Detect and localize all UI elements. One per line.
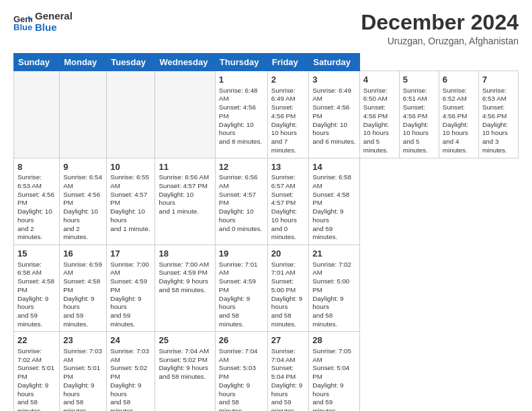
calendar-cell: [60, 71, 107, 158]
day-info: Sunrise: 6:58 AMSunset: 4:58 PMDaylight:…: [17, 261, 56, 329]
calendar-cell: 27Sunrise: 7:04 AMSunset: 5:04 PMDayligh…: [267, 332, 308, 411]
calendar-cell: 1Sunrise: 6:48 AMSunset: 4:56 PMDaylight…: [215, 71, 267, 158]
logo: General Blue General Blue: [13, 11, 73, 33]
day-info: Sunrise: 7:03 AMSunset: 5:01 PMDaylight:…: [63, 347, 103, 411]
day-number: 26: [219, 334, 264, 347]
col-saturday: Saturday: [309, 54, 360, 71]
svg-text:Blue: Blue: [13, 22, 32, 32]
day-number: 24: [110, 334, 151, 347]
day-info: Sunrise: 6:49 AMSunset: 4:56 PMDaylight:…: [312, 87, 356, 146]
calendar-table: Sunday Monday Tuesday Wednesday Thursday…: [13, 53, 519, 411]
day-number: 7: [482, 74, 515, 86]
calendar-cell: 23Sunrise: 7:03 AMSunset: 5:01 PMDayligh…: [60, 332, 107, 411]
day-number: 27: [271, 334, 305, 347]
calendar-cell: 15Sunrise: 6:58 AMSunset: 4:58 PMDayligh…: [14, 245, 60, 332]
day-info: Sunrise: 7:04 AMSunset: 5:03 PMDaylight:…: [219, 347, 264, 411]
day-info: Sunrise: 7:01 AMSunset: 5:00 PMDaylight:…: [271, 261, 305, 329]
day-number: 14: [312, 161, 356, 173]
day-number: 23: [63, 334, 103, 347]
day-number: 3: [312, 74, 356, 86]
col-wednesday: Wednesday: [155, 54, 215, 71]
day-info: Sunrise: 7:04 AMSunset: 5:02 PMDaylight:…: [159, 347, 211, 381]
day-number: 6: [443, 74, 475, 86]
calendar-week-row: 8Sunrise: 6:53 AMSunset: 4:56 PMDaylight…: [14, 158, 519, 244]
day-number: 17: [110, 248, 151, 260]
day-info: Sunrise: 6:49 AMSunset: 4:56 PMDaylight:…: [271, 87, 305, 155]
header: General Blue General Blue December 2024 …: [13, 11, 519, 46]
calendar-cell: 28Sunrise: 7:05 AMSunset: 5:04 PMDayligh…: [309, 332, 360, 411]
day-info: Sunrise: 6:51 AMSunset: 4:56 PMDaylight:…: [403, 87, 435, 155]
col-sunday: Sunday: [14, 54, 60, 71]
calendar-cell: 26Sunrise: 7:04 AMSunset: 5:03 PMDayligh…: [215, 332, 267, 411]
col-tuesday: Tuesday: [107, 54, 155, 71]
day-info: Sunrise: 7:04 AMSunset: 5:04 PMDaylight:…: [271, 347, 305, 411]
day-info: Sunrise: 6:48 AMSunset: 4:56 PMDaylight:…: [219, 87, 264, 146]
day-number: 13: [271, 161, 305, 173]
calendar-cell: 9Sunrise: 6:54 AMSunset: 4:56 PMDaylight…: [60, 158, 107, 244]
day-number: 15: [17, 248, 56, 260]
day-info: Sunrise: 7:02 AMSunset: 5:00 PMDaylight:…: [312, 261, 356, 329]
day-info: Sunrise: 7:05 AMSunset: 5:04 PMDaylight:…: [312, 347, 356, 411]
col-friday: Friday: [267, 54, 308, 71]
calendar-cell: 24Sunrise: 7:03 AMSunset: 5:02 PMDayligh…: [107, 332, 155, 411]
location-subtitle: Uruzgan, Oruzgan, Afghanistan: [361, 36, 519, 46]
logo-icon: General Blue: [13, 13, 32, 32]
month-title: December 2024: [361, 11, 519, 34]
calendar-cell: [155, 71, 215, 158]
day-info: Sunrise: 6:58 AMSunset: 4:58 PMDaylight:…: [312, 173, 356, 242]
calendar-week-row: 15Sunrise: 6:58 AMSunset: 4:58 PMDayligh…: [14, 245, 519, 332]
calendar-cell: 3Sunrise: 6:49 AMSunset: 4:56 PMDaylight…: [309, 71, 360, 158]
day-info: Sunrise: 6:53 AMSunset: 4:56 PMDaylight:…: [482, 87, 515, 155]
day-number: 25: [159, 334, 211, 347]
calendar-cell: 17Sunrise: 7:00 AMSunset: 4:59 PMDayligh…: [107, 245, 155, 332]
calendar-cell: 20Sunrise: 7:01 AMSunset: 5:00 PMDayligh…: [267, 245, 308, 332]
calendar-cell: 16Sunrise: 6:59 AMSunset: 4:58 PMDayligh…: [60, 245, 107, 332]
page: General Blue General Blue December 2024 …: [0, 0, 532, 411]
day-number: 19: [219, 248, 264, 260]
day-number: 20: [271, 248, 305, 260]
calendar-cell: 11Sunrise: 6:56 AMSunset: 4:57 PMDayligh…: [155, 158, 215, 244]
day-info: Sunrise: 6:57 AMSunset: 4:57 PMDaylight:…: [271, 173, 305, 242]
calendar-cell: 10Sunrise: 6:55 AMSunset: 4:57 PMDayligh…: [107, 158, 155, 244]
calendar-header-row: Sunday Monday Tuesday Wednesday Thursday…: [14, 54, 519, 71]
day-info: Sunrise: 7:00 AMSunset: 4:59 PMDaylight:…: [110, 261, 151, 329]
day-number: 4: [363, 74, 396, 86]
calendar-cell: 8Sunrise: 6:53 AMSunset: 4:56 PMDaylight…: [14, 158, 60, 244]
day-info: Sunrise: 6:52 AMSunset: 4:56 PMDaylight:…: [443, 87, 475, 155]
day-number: 1: [219, 74, 264, 86]
day-number: 2: [271, 74, 305, 86]
day-number: 9: [63, 161, 103, 173]
calendar-week-row: 1Sunrise: 6:48 AMSunset: 4:56 PMDaylight…: [14, 71, 519, 158]
day-number: 22: [17, 334, 56, 347]
calendar-cell: [107, 71, 155, 158]
day-info: Sunrise: 7:03 AMSunset: 5:02 PMDaylight:…: [110, 347, 151, 411]
day-info: Sunrise: 6:59 AMSunset: 4:58 PMDaylight:…: [63, 261, 103, 329]
day-number: 12: [219, 161, 264, 173]
calendar-cell: 7Sunrise: 6:53 AMSunset: 4:56 PMDaylight…: [478, 71, 518, 158]
col-thursday: Thursday: [215, 54, 267, 71]
calendar-cell: 12Sunrise: 6:56 AMSunset: 4:57 PMDayligh…: [215, 158, 267, 244]
calendar-cell: 21Sunrise: 7:02 AMSunset: 5:00 PMDayligh…: [309, 245, 360, 332]
calendar-cell: 2Sunrise: 6:49 AMSunset: 4:56 PMDaylight…: [267, 71, 308, 158]
calendar-cell: 4Sunrise: 6:50 AMSunset: 4:56 PMDaylight…: [359, 71, 399, 158]
day-info: Sunrise: 7:00 AMSunset: 4:59 PMDaylight:…: [159, 261, 211, 295]
day-number: 11: [159, 161, 211, 173]
day-info: Sunrise: 7:02 AMSunset: 5:01 PMDaylight:…: [17, 347, 56, 411]
calendar-cell: 19Sunrise: 7:01 AMSunset: 4:59 PMDayligh…: [215, 245, 267, 332]
day-number: 18: [159, 248, 211, 260]
day-number: 10: [110, 161, 151, 173]
title-block: December 2024 Uruzgan, Oruzgan, Afghanis…: [361, 11, 519, 46]
day-number: 28: [312, 334, 356, 347]
day-info: Sunrise: 6:56 AMSunset: 4:57 PMDaylight:…: [159, 173, 211, 216]
calendar-cell: 22Sunrise: 7:02 AMSunset: 5:01 PMDayligh…: [14, 332, 60, 411]
calendar-cell: 25Sunrise: 7:04 AMSunset: 5:02 PMDayligh…: [155, 332, 215, 411]
day-info: Sunrise: 6:53 AMSunset: 4:56 PMDaylight:…: [17, 173, 56, 242]
calendar-cell: 13Sunrise: 6:57 AMSunset: 4:57 PMDayligh…: [267, 158, 308, 244]
day-number: 16: [63, 248, 103, 260]
col-monday: Monday: [60, 54, 107, 71]
logo-line1: General: [35, 11, 73, 22]
day-info: Sunrise: 6:55 AMSunset: 4:57 PMDaylight:…: [110, 173, 151, 233]
day-info: Sunrise: 6:56 AMSunset: 4:57 PMDaylight:…: [219, 173, 264, 233]
calendar-cell: 14Sunrise: 6:58 AMSunset: 4:58 PMDayligh…: [309, 158, 360, 244]
day-number: 21: [312, 248, 356, 260]
